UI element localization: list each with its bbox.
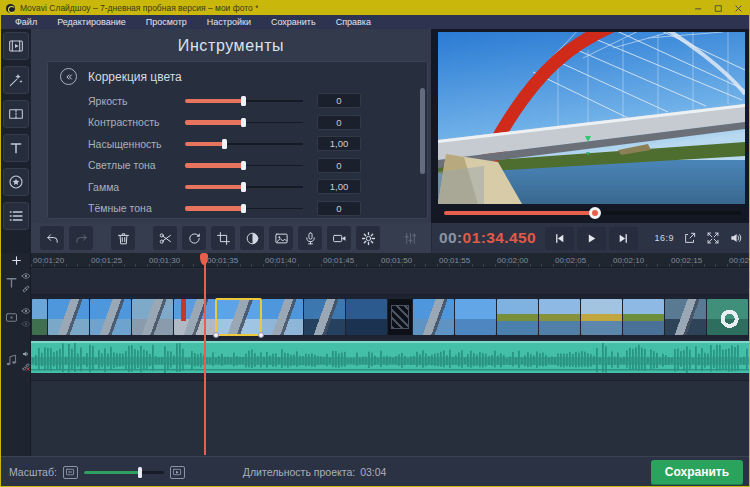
tools-scrollbar[interactable] [420, 88, 425, 174]
previous-frame-button[interactable] [545, 227, 574, 250]
color-correction-card: Коррекция цвета Яркость0Контрастность0На… [47, 61, 428, 219]
clip-properties-button[interactable] [356, 226, 380, 250]
speaker-icon[interactable] [20, 348, 31, 359]
photo-clip[interactable] [413, 299, 454, 335]
photo-clip[interactable] [346, 299, 387, 335]
crop-button[interactable] [211, 226, 235, 250]
slider-handle[interactable] [241, 182, 246, 192]
slider-handle[interactable] [241, 161, 246, 171]
sidebar-item-filters[interactable] [3, 66, 29, 94]
photo-clip[interactable] [497, 299, 538, 335]
split-button[interactable] [153, 226, 177, 250]
rotate-button[interactable] [182, 226, 206, 250]
volume-button[interactable] [724, 227, 747, 250]
slider-value[interactable]: 1,00 [317, 179, 361, 194]
minimize-button[interactable] [693, 3, 704, 14]
photo-track-row[interactable] [31, 295, 750, 339]
photo-clip[interactable] [707, 299, 748, 335]
back-button[interactable] [60, 68, 77, 85]
sidebar-item-stickers[interactable] [3, 168, 29, 196]
sidebar-item-media[interactable] [3, 32, 29, 60]
eye-off-icon[interactable] [20, 318, 31, 329]
photo-clip[interactable] [216, 299, 261, 335]
close-button[interactable] [733, 3, 744, 14]
record-audio-button[interactable] [298, 226, 322, 250]
photo-clip[interactable] [48, 299, 89, 335]
photo-clip[interactable] [581, 299, 622, 335]
preview-seekbar[interactable] [444, 211, 741, 215]
title-bar[interactable]: Movavi Слайдшоу – 7-дневная пробная верс… [1, 1, 749, 15]
slider-value[interactable]: 1,00 [317, 136, 361, 151]
ruler-tick-label: 00:02:00 [497, 256, 528, 265]
slider-value[interactable]: 0 [317, 93, 361, 108]
export-frame-button[interactable] [678, 227, 701, 250]
photo-track-icon [4, 310, 19, 325]
menu-item[interactable]: Файл [5, 16, 47, 28]
timeline-zoom-slider[interactable] [84, 467, 164, 477]
link-broken-icon[interactable] [20, 361, 31, 372]
photo-clip[interactable] [304, 299, 345, 335]
menu-item[interactable]: Просмотр [136, 16, 197, 28]
photo-clip[interactable] [539, 299, 580, 335]
photo-clip[interactable] [174, 299, 215, 335]
zoom-slider-handle[interactable] [138, 467, 143, 478]
timeline-ruler[interactable]: 00:01:2000:01:2500:01:3000:01:3500:01:40… [31, 253, 750, 268]
photo-track-header[interactable] [1, 295, 31, 339]
audio-track-header[interactable] [1, 339, 31, 381]
slider-handle[interactable] [241, 118, 246, 128]
photo-clip[interactable] [623, 299, 664, 335]
aspect-ratio-button[interactable]: 16:9 [654, 233, 674, 243]
play-button[interactable] [577, 227, 606, 250]
record-video-button[interactable] [327, 226, 351, 250]
color-adjustments-button[interactable] [240, 226, 264, 250]
slider-handle[interactable] [241, 204, 246, 214]
slider-handle[interactable] [222, 139, 227, 149]
add-track-button[interactable] [7, 253, 25, 268]
photo-clip[interactable] [262, 299, 303, 335]
trim-handle-left[interactable] [213, 332, 219, 338]
sidebar-item-more-tools[interactable] [3, 202, 29, 230]
transition-clip[interactable] [388, 299, 412, 335]
slider-track[interactable] [185, 138, 303, 149]
slider-track[interactable] [185, 95, 303, 106]
sidebar-item-transitions[interactable] [3, 100, 29, 128]
eye-icon[interactable] [20, 270, 31, 281]
link-icon[interactable] [20, 283, 31, 294]
slider-handle[interactable] [241, 96, 246, 106]
slider-value[interactable]: 0 [317, 158, 361, 173]
menu-item[interactable]: Настройки [197, 16, 261, 28]
save-button[interactable]: Сохранить [651, 460, 743, 485]
delete-button[interactable] [111, 226, 135, 250]
seekbar-handle[interactable] [589, 207, 601, 219]
zoom-in-button[interactable] [170, 466, 185, 479]
slider-track[interactable] [185, 160, 303, 171]
slider-track[interactable] [185, 117, 303, 128]
menu-item[interactable]: Справка [326, 16, 381, 28]
titles-track-header[interactable] [1, 269, 31, 295]
titles-track-row[interactable] [31, 269, 750, 295]
photo-clip[interactable] [90, 299, 131, 335]
menu-item[interactable]: Редактирование [47, 16, 136, 28]
slider-value[interactable]: 0 [317, 115, 361, 130]
slider-track[interactable] [185, 181, 303, 192]
slider-track[interactable] [185, 203, 303, 214]
slider-value[interactable]: 0 [317, 201, 361, 216]
zoom-out-button[interactable] [63, 466, 78, 479]
video-preview[interactable] [438, 32, 745, 204]
insert-image-button[interactable] [269, 226, 293, 250]
menu-item[interactable]: Сохранить [261, 16, 326, 28]
photo-clip[interactable] [32, 299, 47, 335]
undo-button[interactable] [40, 226, 64, 250]
trim-handle-right[interactable] [258, 332, 264, 338]
sidebar-item-titles[interactable] [3, 134, 29, 162]
ruler-tick-label: 00:01:50 [381, 256, 412, 265]
audio-clip[interactable] [31, 341, 750, 373]
photo-clip[interactable] [132, 299, 173, 335]
next-frame-button[interactable] [609, 227, 638, 250]
maximize-button[interactable] [713, 3, 724, 14]
photo-clip[interactable] [455, 299, 496, 335]
audio-track-row[interactable] [31, 339, 750, 381]
fullscreen-button[interactable] [701, 227, 724, 250]
eye-icon[interactable] [20, 305, 31, 316]
photo-clip[interactable] [665, 299, 706, 335]
